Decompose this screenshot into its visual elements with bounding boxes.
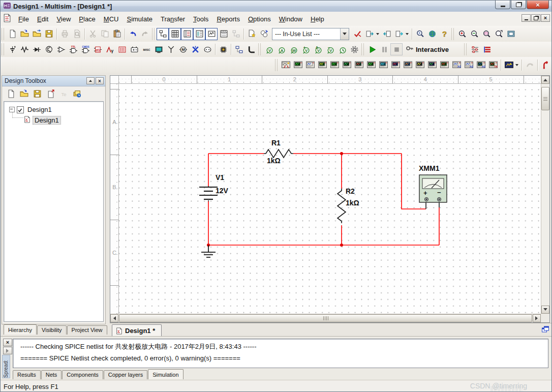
menu-view[interactable]: View <box>52 13 75 25</box>
scroll-right-button[interactable] <box>533 314 541 322</box>
network-analyzer-button[interactable] <box>438 59 450 71</box>
ni-elvis-button[interactable] <box>524 59 536 71</box>
new-button[interactable] <box>6 28 18 40</box>
place-mcu-button[interactable] <box>217 43 229 55</box>
copy-button[interactable] <box>99 28 111 40</box>
design-toolbox-titlebar[interactable]: Design Toolbox × <box>2 76 105 86</box>
menu-edit[interactable]: Edit <box>33 13 52 25</box>
place-connector-button[interactable] <box>201 43 213 55</box>
zoom-out-button[interactable] <box>468 28 480 40</box>
design-toolbox-collapse-button[interactable] <box>86 77 95 84</box>
tree-sheet-label[interactable]: Design1 <box>33 116 61 125</box>
bode-plotter-button[interactable] <box>341 59 353 71</box>
scroll-left-button[interactable] <box>110 314 118 322</box>
tree-item-sheet[interactable]: Design1 <box>23 115 61 125</box>
erc-check-button[interactable] <box>351 28 363 40</box>
print-button[interactable] <box>58 28 71 40</box>
place-diode-button[interactable] <box>30 43 43 55</box>
wattmeter-button[interactable] <box>304 59 316 71</box>
label-xmm1-ref[interactable]: XMM1 <box>419 164 439 172</box>
labview-instruments-button[interactable] <box>503 59 515 71</box>
help-button[interactable]: ? <box>438 28 450 40</box>
menu-reports[interactable]: Reports <box>212 13 244 25</box>
place-source-button[interactable] <box>6 43 18 55</box>
label-r1-ref[interactable]: R1 <box>271 139 281 147</box>
web-button[interactable] <box>426 28 438 40</box>
place-cmos-button[interactable]: CMOS <box>79 43 91 55</box>
labview-instruments-button-caret[interactable] <box>515 64 518 68</box>
place-advanced-peripherals-button[interactable] <box>152 43 165 55</box>
close-button[interactable]: × <box>527 1 549 9</box>
run-button[interactable] <box>366 43 378 55</box>
distortion-analyzer-button[interactable] <box>414 59 426 71</box>
logic-analyzer-button[interactable] <box>389 59 402 71</box>
zoom-in-button[interactable] <box>456 28 468 40</box>
grapher-button[interactable] <box>205 28 218 40</box>
place-ttl-button[interactable]: TTL <box>67 43 79 55</box>
export-to-layout-button[interactable] <box>363 28 376 40</box>
maximize-button[interactable] <box>511 1 526 9</box>
spreadsheet-expand-button[interactable] <box>3 347 12 354</box>
scroll-down-button[interactable] <box>541 306 549 314</box>
mdi-close-button[interactable]: × <box>541 14 550 22</box>
tab-project-view[interactable]: Project View <box>67 325 107 335</box>
mdi-minimize-button[interactable] <box>522 14 531 22</box>
save-button[interactable] <box>43 28 55 40</box>
spreadsheet-side-tab[interactable]: Spread: <box>2 355 10 378</box>
design-toolbox-close-button[interactable]: × <box>96 77 104 84</box>
toggle-spreadsheet-view-button[interactable] <box>169 28 181 40</box>
menu-mcu[interactable]: MCU <box>100 13 123 25</box>
label-r1-value[interactable]: 1kΩ <box>267 157 281 165</box>
frequency-counter-button[interactable] <box>353 59 365 71</box>
tab-visibility[interactable]: Visibility <box>37 325 67 335</box>
tab-components[interactable]: Components <box>62 370 103 379</box>
dt-save-button[interactable] <box>30 87 44 100</box>
ladder-diagram-button[interactable] <box>481 43 493 55</box>
menu-file[interactable]: File <box>14 13 33 25</box>
agilent-function-generator-button[interactable]: AG <box>450 59 463 71</box>
probe-clock-button[interactable] <box>336 43 348 55</box>
title-bar[interactable]: Design1 - Multisim - [Design1 *] × <box>1 1 551 12</box>
simulation-profile[interactable]: Interactive <box>406 44 449 54</box>
label-r2-ref[interactable]: R2 <box>346 187 355 195</box>
menu-options[interactable]: Options <box>244 13 275 25</box>
vertical-scroll-thumb[interactable] <box>541 87 549 110</box>
tektronix-oscilloscope-button[interactable]: TK <box>487 59 499 71</box>
place-misc-button[interactable]: MISC <box>140 43 152 55</box>
zoom-fit-button[interactable] <box>493 28 505 40</box>
tab-hierarchy[interactable]: Hierarchy <box>4 324 37 335</box>
probe-voltage-button[interactable]: V <box>263 43 275 55</box>
interactive-components-button[interactable] <box>469 43 481 55</box>
probe-current-button[interactable]: A <box>275 43 287 55</box>
spreadsheet-close-button[interactable]: × <box>3 339 12 346</box>
schematic-sheet[interactable]: R1 1kΩ V1 12V R2 1kΩ XMM1 + − <box>119 84 541 314</box>
postprocessor-button[interactable] <box>218 28 230 40</box>
agilent-oscilloscope-button[interactable]: AG <box>475 59 487 71</box>
vertical-scrollbar[interactable] <box>541 76 549 314</box>
forward-annotate-button[interactable] <box>393 28 405 40</box>
checkbox-checked-icon[interactable] <box>17 106 24 113</box>
place-mixed-button[interactable]: γ <box>104 43 116 55</box>
place-ni-component-button[interactable] <box>189 43 201 55</box>
horizontal-scrollbar[interactable] <box>110 314 541 322</box>
in-use-list-dropdown-button[interactable] <box>340 28 349 40</box>
print-preview-button[interactable] <box>71 28 83 40</box>
database-manager-button[interactable] <box>181 28 193 40</box>
toggle-design-toolbox-button[interactable] <box>157 28 169 40</box>
menu-help[interactable]: Help <box>306 13 328 25</box>
backannotate-button[interactable] <box>381 28 393 40</box>
place-analog-button[interactable] <box>55 43 67 55</box>
dt-new-sheet-button[interactable] <box>44 87 57 100</box>
tab-simulation[interactable]: Simulation <box>148 369 183 379</box>
dt-open-button[interactable] <box>17 87 30 100</box>
probe-voltage-gain-button[interactable]: VA <box>312 43 324 55</box>
place-bus-button[interactable] <box>245 43 257 55</box>
dt-layers-button[interactable] <box>70 87 83 100</box>
export-to-layout-button-caret[interactable] <box>376 33 379 37</box>
tab-design1[interactable]: Design1 * <box>112 324 162 337</box>
mdi-restore-button[interactable] <box>531 14 540 22</box>
tree-root-label[interactable]: Design1 <box>26 106 53 113</box>
probe-power-button[interactable]: W <box>287 43 299 55</box>
four-channel-oscilloscope-button[interactable] <box>328 59 341 71</box>
tab-copper-layers[interactable]: Copper layers <box>104 370 147 379</box>
